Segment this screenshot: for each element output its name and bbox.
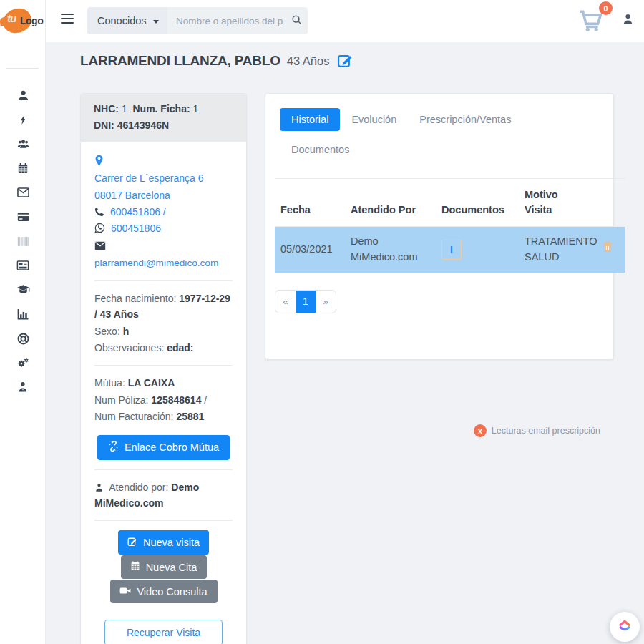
cart-button[interactable]: 0 — [578, 9, 607, 35]
sidebar-nav — [0, 84, 46, 401]
doctor-icon — [17, 381, 29, 396]
patient-search — [167, 7, 308, 34]
col-atendido-por: Atendido Por — [345, 179, 436, 227]
location-pin-icon — [94, 155, 104, 167]
search-input[interactable] — [176, 16, 290, 26]
table-row[interactable]: 05/03/2021 Demo MiMedico.com I TRATAMIEN… — [275, 227, 625, 273]
sidebar-item-barcode[interactable] — [9, 230, 37, 255]
sidebar-item-news[interactable] — [9, 255, 37, 279]
cell-fecha: 05/03/2021 — [275, 227, 345, 273]
sidebar-item-support[interactable] — [9, 328, 37, 352]
lecturas-label: Lecturas email prescripción — [492, 426, 600, 436]
dni-label: DNI: — [94, 119, 114, 131]
clickup-icon — [617, 618, 633, 635]
email-link[interactable]: plarramendi@mimedico.com — [94, 258, 218, 268]
facturacion-label: Num Facturación: — [94, 411, 173, 422]
nhc-value: 1 — [122, 103, 127, 114]
bolt-icon — [18, 114, 29, 129]
calendar-plus-icon — [130, 561, 140, 573]
patient-info-body: Carrer de L´esperança 6 08017 Barcelona … — [81, 142, 246, 644]
tab-historial[interactable]: Historial — [280, 108, 340, 131]
poliza-label: Num Póliza: — [94, 394, 148, 406]
history-card: Historial Evolución Prescripción/Ventas … — [265, 93, 614, 360]
divider — [94, 469, 233, 470]
nhc-label: NHC: — [94, 103, 119, 114]
observations-value: edad: — [167, 342, 193, 353]
nueva-visita-label: Nueva visita — [143, 537, 200, 548]
calendar-icon — [17, 162, 29, 177]
pagination-prev[interactable]: « — [275, 291, 296, 313]
lecturas-count-badge[interactable]: x — [474, 424, 487, 437]
sidebar-item-patients[interactable] — [9, 133, 37, 157]
menu-toggle-button[interactable] — [61, 14, 74, 24]
cart-count-badge: 0 — [599, 1, 613, 15]
attended-by-label: Atendido por: — [109, 482, 168, 493]
observations-label: Observaciones: — [94, 342, 164, 353]
visits-table: Fecha Atendido Por Documentos Motivo Vis… — [275, 178, 625, 273]
enlace-cobro-mutua-button[interactable]: Enlace Cobro Mútua — [97, 435, 230, 460]
sidebar-item-billing[interactable] — [9, 206, 37, 230]
delete-visit-trash-icon[interactable] — [602, 241, 613, 253]
patient-header: LARRAMENDI LLANZA, PABLO 43 Años — [80, 53, 353, 69]
sidebar-item-stats[interactable] — [9, 303, 37, 328]
sidebar-divider — [6, 68, 39, 69]
col-motivo-visita: Motivo Visita — [519, 179, 590, 227]
cart-icon — [578, 22, 604, 34]
poliza-value: 125848614 — [151, 394, 201, 406]
sidebar-item-patient[interactable] — [9, 84, 37, 109]
tab-evolucion[interactable]: Evolución — [340, 108, 408, 131]
logo-text-tu: tu — [7, 12, 16, 24]
divider — [94, 520, 233, 521]
pagination-page-1[interactable]: 1 — [296, 291, 316, 313]
phone-link[interactable]: 600451806 — [110, 206, 160, 218]
users-icon — [16, 138, 30, 152]
attended-by-icon — [94, 483, 104, 492]
account-button[interactable] — [622, 12, 634, 29]
app-logo[interactable]: tu Logo — [1, 6, 44, 40]
recuperar-visita-button[interactable]: Recuperar Visita — [104, 620, 223, 644]
poliza-separator: / — [204, 394, 207, 406]
ficha-label: Num. Ficha: — [132, 103, 190, 114]
patient-ids-header: NHC: 1 Num. Ficha: 1 DNI: 46143946N — [81, 94, 246, 142]
sidebar-item-agenda[interactable] — [9, 157, 37, 182]
nueva-cita-label: Nueva Cita — [146, 562, 197, 573]
whatsapp-link[interactable]: 600451806 — [111, 223, 161, 234]
patient-info-card: NHC: 1 Num. Ficha: 1 DNI: 46143946N Carr… — [80, 93, 247, 644]
chevron-down-icon — [153, 20, 159, 24]
documents-info-button[interactable]: I — [441, 240, 462, 260]
tab-prescripcion-ventas[interactable]: Prescripción/Ventas — [408, 108, 522, 131]
nueva-visita-button[interactable]: Nueva visita — [118, 530, 209, 555]
logo-text-rest: Logo — [20, 15, 43, 26]
sidebar-item-formacion[interactable] — [9, 279, 37, 303]
col-actions — [590, 179, 625, 227]
life-ring-icon — [17, 333, 29, 348]
credit-card-icon — [17, 212, 29, 225]
cell-motivo: TRATAMIENTO SALUD — [519, 227, 590, 273]
video-consulta-button[interactable]: Video Consulta — [110, 580, 218, 603]
newspaper-icon — [16, 260, 29, 273]
sidebar-item-mail[interactable] — [9, 182, 37, 206]
nueva-cita-button[interactable]: Nueva Cita — [121, 555, 207, 579]
cogs-icon — [16, 357, 29, 372]
address-line1-link[interactable]: Carrer de L´esperança 6 — [94, 172, 204, 184]
address-line2-link[interactable]: 08017 Barcelona — [94, 190, 170, 201]
sidebar-item-quick[interactable] — [9, 109, 37, 133]
patient-type-dropdown[interactable]: Conocidos — [87, 7, 169, 34]
table-header-row: Fecha Atendido Por Documentos Motivo Vis… — [275, 179, 625, 227]
patient-type-label: Conocidos — [97, 15, 147, 26]
bar-chart-icon — [17, 308, 29, 323]
video-consulta-label: Video Consulta — [137, 586, 207, 597]
sex-label: Sexo: — [94, 326, 120, 337]
tab-documentos[interactable]: Documentos — [280, 138, 361, 161]
envelope-icon — [17, 187, 29, 200]
pagination: « 1 » — [275, 290, 336, 313]
sidebar-item-professionals[interactable] — [9, 376, 37, 401]
col-fecha: Fecha — [275, 179, 345, 227]
facturacion-value: 25881 — [176, 411, 204, 422]
barcode-icon — [17, 236, 29, 250]
help-widget-button[interactable] — [610, 612, 640, 642]
sidebar-item-settings[interactable] — [9, 352, 37, 376]
edit-patient-icon[interactable] — [337, 53, 353, 69]
search-icon[interactable] — [291, 14, 302, 28]
pagination-next[interactable]: » — [316, 291, 336, 313]
